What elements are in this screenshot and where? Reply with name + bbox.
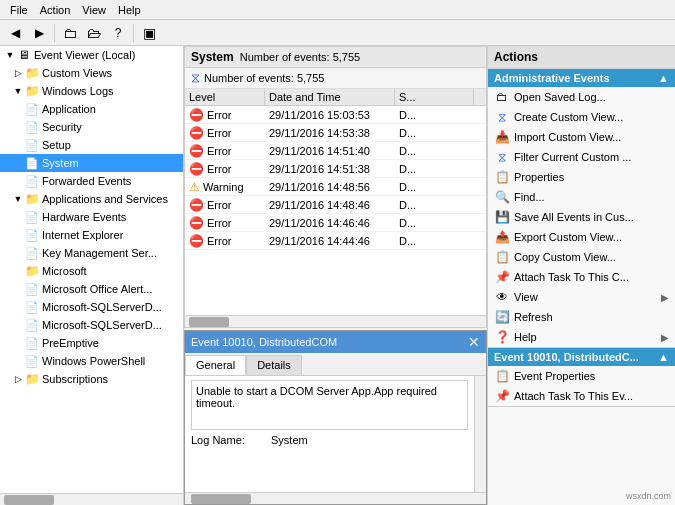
tree-item-mssql1[interactable]: 📄 Microsoft-SQLServerD... — [0, 298, 183, 316]
tree-item-setup[interactable]: 📄 Setup — [0, 136, 183, 154]
tree-item-windows-logs[interactable]: ▼ 📁 Windows Logs — [0, 82, 183, 100]
action-attach-task-label: Attach Task To This C... — [514, 271, 629, 283]
action-help-label: Help — [514, 331, 537, 343]
toolbar-create-view[interactable]: 🗁 — [83, 23, 105, 43]
action-find[interactable]: 🔍 Find... — [488, 187, 675, 207]
action-attach-task[interactable]: 📌 Attach Task To This C... — [488, 267, 675, 287]
mssql2-icon: 📄 — [24, 317, 40, 333]
keymgmt-icon: 📄 — [24, 245, 40, 261]
hardware-icon: 📄 — [24, 209, 40, 225]
col-header-level[interactable]: Level — [185, 89, 265, 105]
save-all-events-icon: 💾 — [494, 209, 510, 225]
table-row[interactable]: ⛔ Error 29/11/2016 15:03:53 D... — [185, 106, 486, 124]
toolbar-properties[interactable]: ▣ — [138, 23, 160, 43]
action-find-label: Find... — [514, 191, 545, 203]
action-import-custom-view[interactable]: 📥 Import Custom View... — [488, 127, 675, 147]
event-list-hscroll-thumb[interactable] — [189, 317, 229, 327]
msoffice-label: Microsoft Office Alert... — [42, 283, 152, 295]
app-services-expand[interactable]: ▼ — [12, 193, 24, 205]
menu-file[interactable]: File — [4, 4, 34, 16]
tree-hscroll[interactable] — [0, 493, 183, 505]
action-view[interactable]: 👁 View ▶ — [488, 287, 675, 307]
tree-item-powershell[interactable]: 📄 Windows PowerShell — [0, 352, 183, 370]
table-row[interactable]: ⛔ Error 29/11/2016 14:44:46 D... — [185, 232, 486, 250]
table-row[interactable]: ⛔ Error 29/11/2016 14:51:40 D... — [185, 142, 486, 160]
menu-action[interactable]: Action — [34, 4, 77, 16]
log-name-label: Log Name: — [191, 434, 271, 446]
action-refresh[interactable]: 🔄 Refresh — [488, 307, 675, 327]
col-header-source[interactable]: S... — [395, 89, 474, 105]
toolbar-forward[interactable]: ▶ — [28, 23, 50, 43]
tree-item-preemptive[interactable]: 📄 PreEmptive — [0, 334, 183, 352]
detail-hscroll[interactable] — [185, 492, 486, 504]
toolbar-back[interactable]: ◀ — [4, 23, 26, 43]
windows-logs-expand[interactable]: ▼ — [12, 85, 24, 97]
tree-item-microsoft[interactable]: 📁 Microsoft — [0, 262, 183, 280]
detail-scroll-area[interactable]: Unable to start a DCOM Server App.App re… — [185, 376, 474, 492]
event-list-hscroll[interactable] — [185, 315, 486, 327]
detail-hscroll-thumb[interactable] — [191, 494, 251, 504]
action-section-event-header[interactable]: Event 10010, DistributedC... ▲ — [488, 348, 675, 366]
detail-body: Unable to start a DCOM Server App.App re… — [185, 376, 486, 504]
tree-item-mssql2[interactable]: 📄 Microsoft-SQLServerD... — [0, 316, 183, 334]
action-event-properties-label: Event Properties — [514, 370, 595, 382]
tree-item-app-services[interactable]: ▼ 📁 Applications and Services — [0, 190, 183, 208]
detail-tabs: General Details — [185, 353, 486, 376]
tree-hscroll-thumb[interactable] — [4, 495, 54, 505]
table-row[interactable]: ⚠ Warning 29/11/2016 14:48:56 D... — [185, 178, 486, 196]
msoffice-icon: 📄 — [24, 281, 40, 297]
menu-view[interactable]: View — [76, 4, 112, 16]
table-row[interactable]: ⛔ Error 29/11/2016 14:48:46 D... — [185, 196, 486, 214]
table-row[interactable]: ⛔ Error 29/11/2016 14:53:38 D... — [185, 124, 486, 142]
action-save-all-events[interactable]: 💾 Save All Events in Cus... — [488, 207, 675, 227]
row-7-datetime: 29/11/2016 14:44:46 — [265, 235, 395, 247]
menu-help[interactable]: Help — [112, 4, 147, 16]
error-icon: ⛔ — [189, 198, 204, 212]
action-properties[interactable]: 📋 Properties — [488, 167, 675, 187]
action-filter-current[interactable]: ⧖ Filter Current Custom ... — [488, 147, 675, 167]
action-export-custom-view[interactable]: 📤 Export Custom View... — [488, 227, 675, 247]
attach-task-event-icon: 📌 — [494, 388, 510, 404]
root-expand[interactable]: ▼ — [4, 49, 16, 61]
table-row[interactable]: ⛔ Error 29/11/2016 14:46:46 D... — [185, 214, 486, 232]
detail-close-button[interactable]: ✕ — [468, 334, 480, 350]
mssql1-label: Microsoft-SQLServerD... — [42, 301, 162, 313]
custom-views-expand[interactable]: ▷ — [12, 67, 24, 79]
row-7-source: D... — [395, 235, 486, 247]
toolbar-open-log[interactable]: 🗀 — [59, 23, 81, 43]
table-row[interactable]: ⛔ Error 29/11/2016 14:51:38 D... — [185, 160, 486, 178]
action-section-admin-header[interactable]: Administrative Events ▲ — [488, 69, 675, 87]
tree-item-forwarded[interactable]: 📄 Forwarded Events — [0, 172, 183, 190]
col-header-datetime[interactable]: Date and Time — [265, 89, 395, 105]
action-event-properties[interactable]: 📋 Event Properties — [488, 366, 675, 386]
row-0-source: D... — [395, 109, 486, 121]
toolbar-help[interactable]: ? — [107, 23, 129, 43]
action-help[interactable]: ❓ Help ▶ — [488, 327, 675, 347]
action-attach-task-event[interactable]: 📌 Attach Task To This Ev... — [488, 386, 675, 406]
tree-root[interactable]: ▼ 🖥 Event Viewer (Local) — [0, 46, 183, 64]
action-open-saved-log[interactable]: 🗀 Open Saved Log... — [488, 87, 675, 107]
tree-item-ie[interactable]: 📄 Internet Explorer — [0, 226, 183, 244]
table-body[interactable]: ⛔ Error 29/11/2016 15:03:53 D... ⛔ Error… — [185, 106, 486, 315]
tab-details[interactable]: Details — [246, 355, 302, 375]
tree-container[interactable]: ▼ 🖥 Event Viewer (Local) ▷ 📁 Custom View… — [0, 46, 183, 493]
keymgmt-label: Key Management Ser... — [42, 247, 157, 259]
action-copy-custom-view[interactable]: 📋 Copy Custom View... — [488, 247, 675, 267]
root-icon: 🖥 — [16, 47, 32, 63]
tab-general[interactable]: General — [185, 355, 246, 375]
row-4-datetime: 29/11/2016 14:48:56 — [265, 181, 395, 193]
tree-item-keymgmt[interactable]: 📄 Key Management Ser... — [0, 244, 183, 262]
tree-item-msoffice[interactable]: 📄 Microsoft Office Alert... — [0, 280, 183, 298]
action-create-custom-view[interactable]: ⧖ Create Custom View... — [488, 107, 675, 127]
tree-item-security[interactable]: 📄 Security — [0, 118, 183, 136]
tree-item-subscriptions[interactable]: ▷ 📁 Subscriptions — [0, 370, 183, 388]
tree-item-application[interactable]: 📄 Application — [0, 100, 183, 118]
subscriptions-expand[interactable]: ▷ — [12, 373, 24, 385]
actions-scroll[interactable]: Administrative Events ▲ 🗀 Open Saved Log… — [488, 69, 675, 505]
log-name-value: System — [271, 434, 468, 446]
tree-item-hardware[interactable]: 📄 Hardware Events — [0, 208, 183, 226]
tree-item-system[interactable]: 📄 System — [0, 154, 183, 172]
detail-vscroll[interactable] — [474, 376, 486, 492]
action-section-admin: Administrative Events ▲ 🗀 Open Saved Log… — [488, 69, 675, 348]
tree-item-custom-views[interactable]: ▷ 📁 Custom Views — [0, 64, 183, 82]
